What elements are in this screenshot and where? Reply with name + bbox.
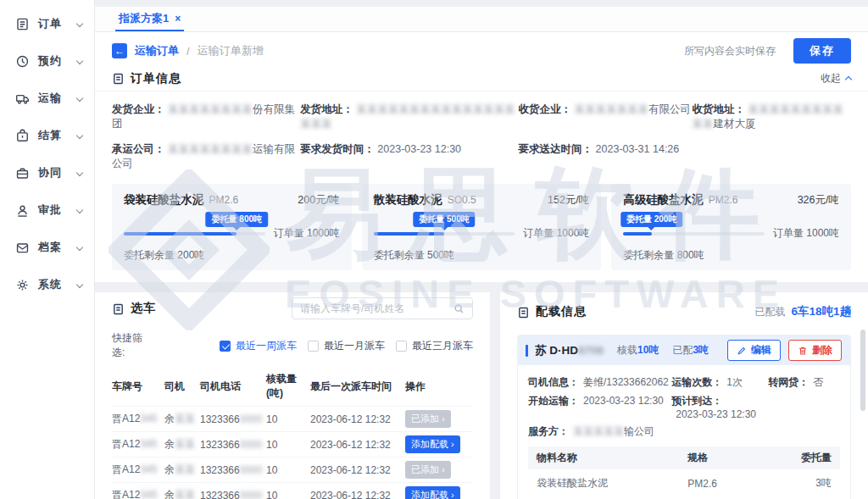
main-area: 指派方案1 × ← 运输订单 / 运输订单新增 所写内容会实时保存 保存 订单信… [95,0,868,499]
clipboard-icon [112,302,125,315]
plate-text: 晋A12 [112,438,140,450]
cell-phone: 13233660000 [200,483,266,499]
sidebar-item-appointments[interactable]: 预约 [0,42,94,80]
breadcrumb-link[interactable]: 运输订单 [135,43,179,58]
info-label: 转网贷： [768,376,809,388]
save-button[interactable]: 保存 [793,38,851,64]
loaded-key: 已配 [672,344,693,356]
search-icon[interactable] [453,303,465,314]
phone-text: 1323366 [200,490,240,499]
progress-track: 委托量 200吨 [623,232,765,236]
redacted-text: 0000 [240,439,263,451]
back-button[interactable]: ← [112,43,127,58]
bottom-row: 选车 快捷筛选: 最近一周派车最近一月派车最近三月派车 车牌号司机司机电话核载量… [95,292,868,499]
wallet-icon [15,129,30,143]
info-value-text: 2023-03-23 12:30 [676,408,756,420]
chevron-down-icon [76,207,83,213]
sidebar-item-collaboration[interactable]: 协同 [0,154,94,191]
cell-driver: 余某某 [164,432,200,457]
info-value: 姜维/13233662062 [583,376,669,388]
gear-icon [15,278,30,292]
product-spec: PM2.6 [709,194,738,206]
info-value-text: 1次 [726,376,743,388]
sidebar-item-settlement[interactable]: 结算 [0,117,94,154]
cell-plate: 晋A12345 [112,407,164,432]
remaining-quantity-label: 委托剩余量 800吨 [623,248,839,263]
top-strip [95,0,868,7]
redacted-text: 某某 [175,489,195,499]
add-load-button[interactable]: 添加配载 › [405,486,460,499]
order-field-4: 承运公司： 某某某某某某某某运输有限公司 [112,142,300,171]
field-label: 要求发货时间： [300,143,377,155]
plate-text: 晋A12 [112,463,140,475]
sidebar-item-transport[interactable]: 运输 [0,80,94,117]
collapse-toggle[interactable]: 收起 [821,71,851,86]
field-value-text: 2023-03-23 12:30 [377,143,461,155]
product-cards: 袋装硅酸盐水泥PM2.6200元/吨委托量 800吨订单量 1000吨委托剩余量… [112,184,851,270]
sidebar-menu: 订单预约运输结算协同审批档案系统 [0,5,94,303]
filter-checkbox-0[interactable]: 最近一周派车 [220,339,297,353]
committed-tooltip: 委托量 800吨 [206,212,268,227]
briefcase-icon [15,166,30,180]
redacted-text: 0000 [240,413,263,425]
info-value: 2023-03-23 12:30 [676,408,756,420]
product-price: 152元/吨 [548,193,589,208]
sidebar-item-label: 结算 [38,128,62,143]
field-value: 某某某某某某某有限公司 [575,103,692,115]
capacity-key: 核载 [617,344,637,356]
sidebar-item-orders[interactable]: 订单 [0,5,94,42]
sidebar-item-archives[interactable]: 档案 [0,229,94,266]
plate-text: 晋A12 [112,489,140,499]
vehicle-search-box[interactable] [292,297,473,319]
progress-track: 委托量 800吨 [124,232,265,236]
product-progress: 委托量 500吨订单量 1000吨 [374,226,590,241]
cell-last-dispatch: 2023-06-12 12:32 [310,407,405,432]
vehicle-panel-header: 选车 [112,297,473,319]
section-title-load-info: 配载信息 [536,304,587,319]
scrollbar-thumb[interactable] [860,330,865,411]
checkbox-icon[interactable] [308,341,319,352]
section-title-order-info: 订单信息 [131,71,181,86]
delete-button[interactable]: 删除 [788,340,842,361]
quick-filter-row: 快捷筛选: 最近一周派车最近一月派车最近三月派车 [112,331,473,360]
info-field: 服务方：某某某某某输公司 [528,424,671,439]
product-price: 326元/吨 [798,193,839,208]
filter-checkbox-1[interactable]: 最近一月派车 [308,339,385,353]
cell-driver: 余某某 [164,483,200,499]
material-qty: 3吨 [759,469,840,494]
edit-button[interactable]: 编辑 [727,340,781,361]
order-field-5: 要求发货时间： 2023-03-23 12:30 [300,142,518,171]
tab-close-icon[interactable]: × [175,13,181,25]
sidebar-item-approval[interactable]: 审批 [0,191,94,229]
chevron-down-icon [76,132,83,139]
product-card-2: 高级硅酸盐水泥PM2.6326元/吨委托量 200吨订单量 1000吨委托剩余量… [611,184,851,270]
info-label: 服务方： [528,425,569,437]
load-cards: 苏 D·HD8708核载10吨已配3吨编辑删除司机信息：姜维/132336620… [517,335,851,499]
collapse-label: 收起 [821,71,841,86]
clock-icon [15,54,30,69]
sidebar-item-system[interactable]: 系统 [0,266,94,303]
checkbox-icon[interactable] [396,341,407,352]
filter-label: 最近一月派车 [324,339,385,353]
redacted-text: 8708 [578,344,604,357]
cell-load: 10 [266,432,310,457]
product-name: 散装硅酸水泥 [374,192,442,208]
sidebar-item-label: 运输 [38,91,62,106]
chevron-down-icon [76,281,83,288]
delete-label: 删除 [812,343,832,358]
checkbox-checked-icon[interactable] [220,341,231,352]
order-info-panel: ← 运输订单 / 运输订单新增 所写内容会实时保存 保存 订单信息 收起 发货企… [95,32,868,282]
tab-dispatch-plan[interactable]: 指派方案1 × [115,7,184,31]
info-label: 预计到达： [671,395,722,407]
added-button: 已添加 › [405,461,451,479]
chevron-up-icon [845,76,852,83]
order-info-title-row: 订单信息 收起 [95,66,868,91]
table-row: 晋A12345余某某13233660000102023-06-12 12:32添… [112,483,473,499]
cell-action: 添加配载 › [405,432,473,457]
filter-checkbox-2[interactable]: 最近三月派车 [396,339,473,353]
phone-text: 1323366 [200,464,240,476]
field-label: 承运公司： [112,143,168,155]
add-load-button[interactable]: 添加配载 › [405,435,460,453]
search-input[interactable] [300,302,453,314]
section-title-vehicle: 选车 [131,301,156,316]
